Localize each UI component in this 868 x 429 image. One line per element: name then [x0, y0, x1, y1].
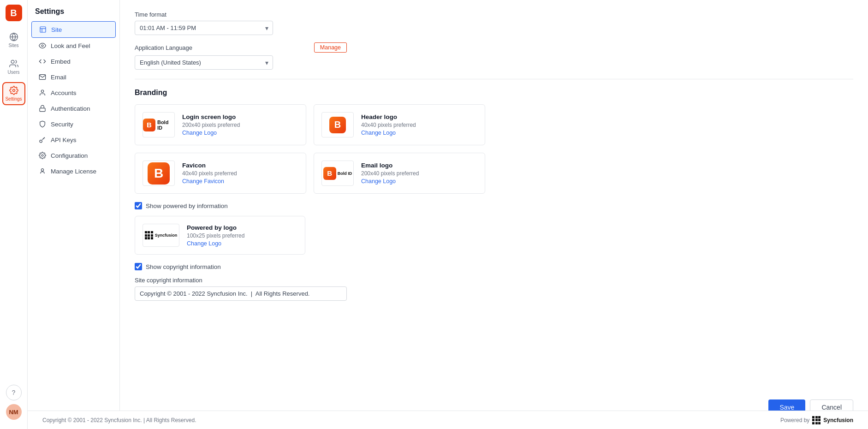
svg-point-7 — [42, 45, 43, 47]
favicon-change-link[interactable]: Change Favicon — [182, 178, 237, 185]
email-change-logo-link[interactable]: Change Logo — [361, 178, 419, 185]
sidebar-title: Settings — [28, 7, 119, 21]
show-powered-by-label[interactable]: Show powered by information — [146, 203, 228, 209]
svg-point-8 — [41, 90, 43, 92]
sidebar-item-accounts[interactable]: Accounts — [31, 85, 116, 101]
api-icon — [39, 136, 46, 143]
show-powered-by-row: Show powered by information — [135, 202, 853, 209]
footer-sf-text: Syncfusion — [823, 417, 853, 423]
header-b-icon: B — [329, 117, 346, 133]
login-logo-size: 200x40 pixels preferred — [182, 122, 240, 128]
login-logo-title: Login screen logo — [182, 113, 240, 120]
accounts-icon — [39, 89, 46, 96]
embed-icon — [39, 58, 46, 65]
sidebar-look-label: Look and Feel — [51, 42, 90, 49]
user-avatar[interactable]: NM — [6, 404, 22, 420]
copyright-input-label: Site copyright information — [135, 277, 853, 284]
sidebar-item-configuration[interactable]: Configuration — [31, 148, 116, 163]
nav-help[interactable]: ? — [6, 385, 22, 400]
lock-icon — [39, 105, 46, 112]
email-boldid-logo: B Bold ID — [323, 167, 352, 180]
sidebar-item-look-and-feel[interactable]: Look and Feel — [31, 38, 116, 54]
sidebar: Settings Site Look and Feel Embed Email … — [28, 0, 120, 429]
sidebar-site-label: Site — [51, 26, 62, 33]
sidebar-item-embed[interactable]: Embed — [31, 54, 116, 69]
copyright-section: Site copyright information — [135, 277, 853, 301]
footer-powered-by: Powered by Syncfusion — [780, 416, 853, 424]
login-change-logo-link[interactable]: Change Logo — [182, 130, 240, 136]
sidebar-item-security[interactable]: Security — [31, 116, 116, 132]
sidebar-item-email[interactable]: Email — [31, 69, 116, 85]
email-b-icon: B — [323, 167, 336, 180]
svg-point-3 — [12, 89, 15, 92]
login-logo-preview: B Bold ID — [143, 112, 175, 137]
copyright-input[interactable] — [135, 286, 347, 301]
svg-point-10 — [40, 140, 42, 143]
page-footer: Copyright © 2001 - 2022 Syncfusion Inc. … — [28, 411, 868, 429]
app-language-section: Application Language Manage English (Uni… — [135, 42, 853, 70]
header-change-logo-link[interactable]: Change Logo — [361, 130, 416, 136]
sidebar-item-api-keys[interactable]: API Keys — [31, 132, 116, 148]
nav-item-settings[interactable]: Settings — [2, 82, 25, 105]
email-logo-info: Email logo 200x40 pixels preferred Chang… — [361, 162, 419, 185]
svg-rect-4 — [40, 27, 46, 32]
sidebar-email-label: Email — [51, 74, 66, 81]
time-format-select[interactable]: 01:01 AM - 11:59 PM 13:01 - 23:59 — [135, 21, 273, 35]
header-logo-card: B Header logo 40x40 pixels preferred Cha… — [314, 104, 485, 145]
footer-powered-label: Powered by — [780, 417, 809, 423]
header-logo-size: 40x40 pixels preferred — [361, 122, 416, 128]
show-copyright-row: Show copyright information — [135, 263, 853, 270]
license-icon — [39, 167, 46, 175]
globe-icon — [9, 32, 18, 42]
email-icon — [39, 73, 46, 81]
footer-copyright: Copyright © 2001 - 2022 Syncfusion Inc. … — [42, 417, 196, 423]
site-icon — [39, 26, 47, 33]
left-nav: B Sites Users Settings ? NM — [0, 0, 28, 429]
language-select-wrapper: English (United States) French German Sp… — [135, 55, 273, 70]
app-logo: B — [6, 5, 22, 21]
sidebar-auth-label: Authentication — [51, 105, 90, 112]
header-logo-preview: B — [321, 112, 354, 137]
header-logo-info: Header logo 40x40 pixels preferred Chang… — [361, 113, 416, 136]
boldid-text: Bold ID — [157, 119, 174, 131]
show-copyright-label[interactable]: Show copyright information — [146, 263, 221, 270]
show-copyright-checkbox[interactable] — [135, 263, 142, 270]
divider-1 — [135, 79, 853, 79]
sidebar-item-authentication[interactable]: Authentication — [31, 101, 116, 116]
nav-item-sites[interactable]: Sites — [2, 29, 25, 52]
manage-button[interactable]: Manage — [314, 42, 347, 53]
svg-rect-9 — [40, 108, 45, 111]
app-language-row: Application Language Manage — [135, 42, 347, 53]
svg-point-2 — [11, 60, 14, 64]
syncfusion-logo: Syncfusion — [145, 231, 178, 239]
email-logo-card: B Bold ID Email logo 200x40 pixels prefe… — [314, 153, 485, 194]
favicon-preview: B — [143, 161, 175, 186]
boldid-logo: B Bold ID — [143, 119, 174, 131]
sidebar-config-label: Configuration — [51, 152, 88, 159]
eye-icon — [39, 42, 46, 49]
login-screen-logo-card: B Bold ID Login screen logo 200x40 pixel… — [135, 104, 306, 145]
time-format-label: Time format — [135, 11, 853, 18]
sidebar-item-site[interactable]: Site — [31, 21, 116, 38]
nav-item-users[interactable]: Users — [2, 55, 25, 78]
sidebar-accounts-label: Accounts — [51, 89, 77, 96]
sidebar-embed-label: Embed — [51, 58, 71, 65]
app-language-label: Application Language — [135, 44, 192, 51]
nav-users-label: Users — [7, 70, 19, 75]
gear-icon — [9, 86, 18, 95]
show-powered-by-checkbox[interactable] — [135, 202, 142, 209]
time-format-select-wrapper: 01:01 AM - 11:59 PM 13:01 - 23:59 — [135, 21, 273, 35]
branding-section: Branding B Bold ID Login screen logo 200… — [135, 89, 853, 301]
header-logo-title: Header logo — [361, 113, 416, 120]
powered-by-card: Syncfusion Powered by logo 100x25 pixels… — [135, 216, 305, 255]
powered-logo-preview: Syncfusion — [143, 224, 179, 247]
sidebar-item-manage-license[interactable]: Manage License — [31, 163, 116, 179]
powered-change-logo-link[interactable]: Change Logo — [187, 240, 244, 247]
syncfusion-text: Syncfusion — [155, 233, 178, 238]
favicon-title: Favicon — [182, 162, 237, 169]
sidebar-security-label: Security — [51, 121, 73, 128]
sidebar-api-label: API Keys — [51, 137, 77, 143]
language-select[interactable]: English (United States) French German Sp… — [135, 55, 273, 70]
sf-grid-icon — [145, 231, 153, 239]
shield-icon — [39, 120, 46, 128]
